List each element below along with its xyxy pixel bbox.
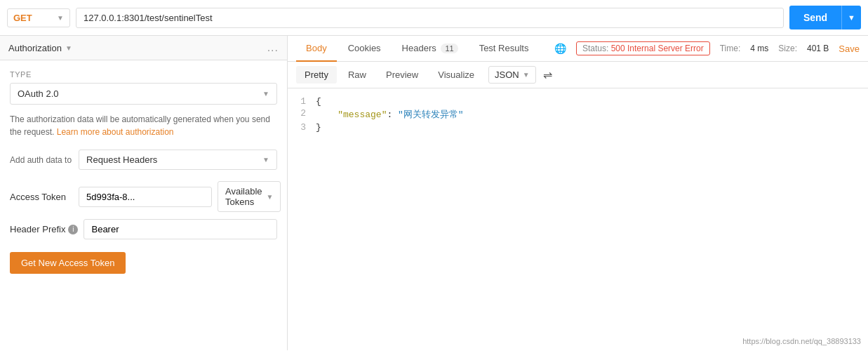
available-tokens-label: Available Tokens xyxy=(225,186,262,207)
size-value: 401 B xyxy=(807,44,829,53)
code-line-2: 2 "message": "网关转发异常" xyxy=(288,107,868,121)
add-auth-chevron-icon: ▼ xyxy=(262,156,269,164)
status-label: Status: xyxy=(582,44,608,53)
tab-body[interactable]: Body xyxy=(296,36,337,62)
tab-cookies[interactable]: Cookies xyxy=(338,36,391,62)
type-select[interactable]: OAuth 2.0 ▼ xyxy=(10,83,277,105)
headers-badge: 11 xyxy=(441,44,458,53)
status-bar: 🌐 Status: 500 Internal Server Error Time… xyxy=(554,41,860,55)
send-group: Send ▼ xyxy=(789,6,861,29)
subtab-preview[interactable]: Preview xyxy=(378,66,427,84)
subtab-visualize[interactable]: Visualize xyxy=(429,66,483,84)
code-line-1: 1 { xyxy=(288,95,868,107)
add-auth-row: Add auth data to Request Headers ▼ xyxy=(10,150,277,170)
code-area: 1 { 2 "message": "网关转发异常" 3 } xyxy=(288,88,868,350)
time-label: Time: xyxy=(720,44,741,53)
header-prefix-row: Header Prefix i xyxy=(10,219,277,239)
auth-title: Authorization ▼ xyxy=(8,43,72,53)
type-chevron-icon: ▼ xyxy=(262,90,269,98)
left-panel: Authorization ▼ ... TYPE OAuth 2.0 ▼ The… xyxy=(0,36,288,350)
subtab-pretty[interactable]: Pretty xyxy=(296,66,337,84)
available-tokens-chevron-icon: ▼ xyxy=(267,193,274,201)
wrap-icon[interactable]: ⇌ xyxy=(543,68,552,81)
format-select[interactable]: JSON ▼ xyxy=(488,66,536,84)
url-input[interactable] xyxy=(76,8,784,28)
access-token-row: Access Token Available Tokens ▼ xyxy=(10,181,277,212)
add-auth-select[interactable]: Request Headers ▼ xyxy=(79,150,277,170)
header-prefix-input[interactable] xyxy=(84,219,277,239)
method-chevron-icon: ▼ xyxy=(57,14,64,22)
type-value: OAuth 2.0 xyxy=(18,88,59,99)
response-subtabs: Pretty Raw Preview Visualize JSON ▼ ⇌ xyxy=(288,62,868,88)
add-auth-value: Request Headers xyxy=(86,154,157,165)
status-box: Status: 500 Internal Server Error xyxy=(576,41,710,55)
send-dropdown-button[interactable]: ▼ xyxy=(841,6,861,29)
auth-learn-link[interactable]: Learn more about authorization xyxy=(57,127,174,137)
type-label: TYPE xyxy=(10,70,277,79)
main-layout: Authorization ▼ ... TYPE OAuth 2.0 ▼ The… xyxy=(0,36,868,350)
auth-header: Authorization ▼ ... xyxy=(0,36,287,60)
auth-desc: The authorization data will be automatic… xyxy=(10,113,277,138)
right-tabs-bar: Body Cookies Headers 11 Test Results 🌐 xyxy=(288,36,868,62)
available-tokens-select[interactable]: Available Tokens ▼ xyxy=(218,181,281,212)
auth-more-button[interactable]: ... xyxy=(267,41,279,54)
auth-body: TYPE OAuth 2.0 ▼ The authorization data … xyxy=(0,60,287,284)
header-prefix-label: Header Prefix i xyxy=(10,224,78,234)
tab-headers[interactable]: Headers 11 xyxy=(392,36,468,62)
access-token-input[interactable] xyxy=(79,187,212,207)
method-select[interactable]: GET ▼ xyxy=(7,8,70,27)
time-value: 4 ms xyxy=(750,44,768,53)
status-value: 500 Internal Server Error xyxy=(611,44,704,53)
response-tabs: Body Cookies Headers 11 Test Results xyxy=(296,36,538,61)
top-bar: GET ▼ Send ▼ xyxy=(0,0,868,36)
save-button[interactable]: Save xyxy=(839,44,860,54)
add-auth-label: Add auth data to xyxy=(10,155,72,165)
header-prefix-info-icon[interactable]: i xyxy=(68,225,78,234)
subtab-raw[interactable]: Raw xyxy=(340,66,375,84)
method-label: GET xyxy=(13,13,32,23)
auth-title-label: Authorization xyxy=(8,43,62,53)
code-line-3: 3 } xyxy=(288,121,868,133)
watermark: https://blog.csdn.net/qq_38893133 xyxy=(742,337,861,345)
format-chevron-icon: ▼ xyxy=(523,71,530,79)
access-token-label: Access Token xyxy=(10,192,73,202)
globe-icon[interactable]: 🌐 xyxy=(554,43,566,54)
send-button[interactable]: Send xyxy=(789,6,841,29)
size-label: Size: xyxy=(778,44,797,53)
auth-chevron-icon: ▼ xyxy=(65,44,72,52)
right-panel: Body Cookies Headers 11 Test Results 🌐 xyxy=(288,36,868,350)
format-label: JSON xyxy=(495,69,519,80)
tab-test-results[interactable]: Test Results xyxy=(469,36,539,62)
get-new-access-token-button[interactable]: Get New Access Token xyxy=(10,252,126,274)
